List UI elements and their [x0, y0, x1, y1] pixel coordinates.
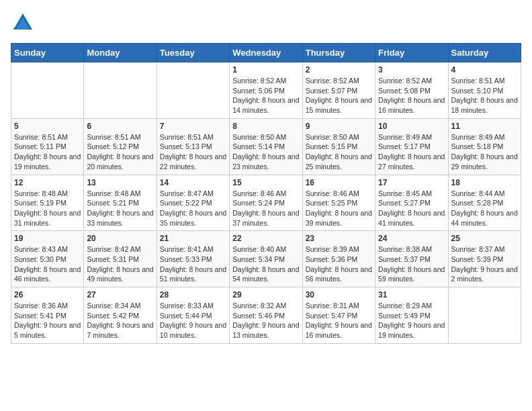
calendar-cell: 2Sunrise: 8:52 AM Sunset: 5:07 PM Daylig… [302, 62, 375, 119]
calendar-table: SundayMondayTuesdayWednesdayThursdayFrid… [11, 43, 521, 344]
day-info: Sunrise: 8:52 AM Sunset: 5:08 PM Dayligh… [378, 76, 445, 116]
day-number: 10 [378, 122, 445, 131]
day-info: Sunrise: 8:39 AM Sunset: 5:36 PM Dayligh… [306, 244, 372, 284]
day-info: Sunrise: 8:41 AM Sunset: 5:33 PM Dayligh… [160, 244, 226, 284]
day-info: Sunrise: 8:46 AM Sunset: 5:25 PM Dayligh… [306, 189, 372, 228]
day-info: Sunrise: 8:49 AM Sunset: 5:18 PM Dayligh… [451, 132, 518, 172]
calendar-cell: 16Sunrise: 8:46 AM Sunset: 5:25 PM Dayli… [302, 175, 375, 231]
day-info: Sunrise: 8:40 AM Sunset: 5:34 PM Dayligh… [232, 244, 299, 284]
calendar-cell: 17Sunrise: 8:45 AM Sunset: 5:27 PM Dayli… [375, 175, 448, 231]
day-number: 18 [451, 178, 518, 187]
day-number: 8 [232, 122, 299, 131]
calendar-cell: 28Sunrise: 8:33 AM Sunset: 5:44 PM Dayli… [157, 287, 229, 344]
day-number: 2 [306, 65, 372, 75]
day-of-week-header: Thursday [302, 44, 375, 62]
calendar-cell: 25Sunrise: 8:37 AM Sunset: 5:39 PM Dayli… [448, 231, 521, 287]
day-number: 16 [306, 178, 372, 187]
calendar-week-row: 5Sunrise: 8:51 AM Sunset: 5:11 PM Daylig… [11, 118, 521, 175]
day-info: Sunrise: 8:38 AM Sunset: 5:37 PM Dayligh… [378, 244, 445, 284]
day-info: Sunrise: 8:47 AM Sunset: 5:22 PM Dayligh… [160, 189, 226, 228]
calendar-cell: 1Sunrise: 8:52 AM Sunset: 5:06 PM Daylig… [230, 62, 302, 119]
day-info: Sunrise: 8:51 AM Sunset: 5:11 PM Dayligh… [14, 132, 81, 172]
day-of-week-header: Sunday [11, 44, 84, 62]
day-number: 26 [14, 290, 81, 300]
day-number: 3 [378, 65, 445, 75]
day-info: Sunrise: 8:44 AM Sunset: 5:28 PM Dayligh… [451, 189, 518, 228]
calendar-cell: 31Sunrise: 8:29 AM Sunset: 5:49 PM Dayli… [375, 287, 448, 344]
day-number: 14 [160, 178, 226, 187]
day-number: 9 [306, 122, 372, 131]
day-info: Sunrise: 8:43 AM Sunset: 5:30 PM Dayligh… [14, 244, 81, 284]
calendar-cell: 8Sunrise: 8:50 AM Sunset: 5:14 PM Daylig… [230, 118, 302, 175]
calendar-cell: 12Sunrise: 8:48 AM Sunset: 5:19 PM Dayli… [11, 175, 84, 231]
day-info: Sunrise: 8:31 AM Sunset: 5:47 PM Dayligh… [306, 301, 372, 340]
day-number: 19 [14, 234, 81, 243]
day-number: 5 [14, 122, 81, 131]
day-number: 6 [87, 122, 153, 131]
calendar-cell: 3Sunrise: 8:52 AM Sunset: 5:08 PM Daylig… [375, 62, 448, 119]
day-info: Sunrise: 8:45 AM Sunset: 5:27 PM Dayligh… [378, 189, 445, 228]
day-of-week-header: Monday [84, 44, 157, 62]
calendar-cell: 5Sunrise: 8:51 AM Sunset: 5:11 PM Daylig… [11, 118, 84, 175]
calendar-cell [11, 62, 84, 119]
day-number: 29 [232, 290, 299, 300]
calendar-cell: 24Sunrise: 8:38 AM Sunset: 5:37 PM Dayli… [375, 231, 448, 287]
page-header [11, 11, 521, 35]
calendar-cell: 7Sunrise: 8:51 AM Sunset: 5:13 PM Daylig… [157, 118, 229, 175]
logo-icon [11, 11, 35, 35]
day-number: 1 [232, 65, 299, 75]
day-number: 4 [451, 65, 518, 75]
calendar-cell: 26Sunrise: 8:36 AM Sunset: 5:41 PM Dayli… [11, 287, 84, 344]
day-number: 12 [14, 178, 81, 187]
calendar-cell: 15Sunrise: 8:46 AM Sunset: 5:24 PM Dayli… [230, 175, 302, 231]
day-info: Sunrise: 8:46 AM Sunset: 5:24 PM Dayligh… [232, 189, 299, 228]
day-number: 28 [160, 290, 226, 300]
day-info: Sunrise: 8:34 AM Sunset: 5:42 PM Dayligh… [87, 301, 153, 340]
day-info: Sunrise: 8:29 AM Sunset: 5:49 PM Dayligh… [378, 301, 445, 340]
day-number: 30 [306, 290, 372, 300]
calendar-cell: 13Sunrise: 8:48 AM Sunset: 5:21 PM Dayli… [84, 175, 157, 231]
calendar-week-row: 12Sunrise: 8:48 AM Sunset: 5:19 PM Dayli… [11, 175, 521, 231]
calendar-cell: 29Sunrise: 8:32 AM Sunset: 5:46 PM Dayli… [230, 287, 302, 344]
day-info: Sunrise: 8:52 AM Sunset: 5:06 PM Dayligh… [232, 76, 299, 116]
calendar-cell: 19Sunrise: 8:43 AM Sunset: 5:30 PM Dayli… [11, 231, 84, 287]
calendar-cell: 9Sunrise: 8:50 AM Sunset: 5:15 PM Daylig… [302, 118, 375, 175]
calendar-cell: 10Sunrise: 8:49 AM Sunset: 5:17 PM Dayli… [375, 118, 448, 175]
day-number: 15 [232, 178, 299, 187]
calendar-cell: 22Sunrise: 8:40 AM Sunset: 5:34 PM Dayli… [230, 231, 302, 287]
calendar-cell: 14Sunrise: 8:47 AM Sunset: 5:22 PM Dayli… [157, 175, 229, 231]
day-info: Sunrise: 8:48 AM Sunset: 5:19 PM Dayligh… [14, 189, 81, 228]
day-info: Sunrise: 8:52 AM Sunset: 5:07 PM Dayligh… [306, 76, 372, 116]
calendar-week-row: 19Sunrise: 8:43 AM Sunset: 5:30 PM Dayli… [11, 231, 521, 287]
logo [11, 11, 38, 35]
day-of-week-header: Wednesday [230, 44, 302, 62]
day-info: Sunrise: 8:37 AM Sunset: 5:39 PM Dayligh… [451, 244, 518, 284]
day-number: 31 [378, 290, 445, 300]
day-info: Sunrise: 8:50 AM Sunset: 5:15 PM Dayligh… [306, 132, 372, 172]
calendar-cell: 23Sunrise: 8:39 AM Sunset: 5:36 PM Dayli… [302, 231, 375, 287]
calendar-cell [448, 287, 521, 344]
calendar-cell: 27Sunrise: 8:34 AM Sunset: 5:42 PM Dayli… [84, 287, 157, 344]
day-number: 25 [451, 234, 518, 243]
calendar-cell [84, 62, 157, 119]
day-info: Sunrise: 8:36 AM Sunset: 5:41 PM Dayligh… [14, 301, 81, 340]
calendar-cell: 20Sunrise: 8:42 AM Sunset: 5:31 PM Dayli… [84, 231, 157, 287]
day-number: 13 [87, 178, 153, 187]
calendar-cell: 6Sunrise: 8:51 AM Sunset: 5:12 PM Daylig… [84, 118, 157, 175]
day-info: Sunrise: 8:50 AM Sunset: 5:14 PM Dayligh… [232, 132, 299, 172]
day-number: 17 [378, 178, 445, 187]
day-of-week-header: Friday [375, 44, 448, 62]
day-of-week-header: Saturday [448, 44, 521, 62]
day-number: 11 [451, 122, 518, 131]
day-number: 20 [87, 234, 153, 243]
calendar-week-row: 1Sunrise: 8:52 AM Sunset: 5:06 PM Daylig… [11, 62, 521, 119]
calendar-cell: 21Sunrise: 8:41 AM Sunset: 5:33 PM Dayli… [157, 231, 229, 287]
day-info: Sunrise: 8:49 AM Sunset: 5:17 PM Dayligh… [378, 132, 445, 172]
calendar-cell: 18Sunrise: 8:44 AM Sunset: 5:28 PM Dayli… [448, 175, 521, 231]
day-number: 7 [160, 122, 226, 131]
day-of-week-header: Tuesday [157, 44, 229, 62]
day-info: Sunrise: 8:33 AM Sunset: 5:44 PM Dayligh… [160, 301, 226, 340]
calendar-cell: 30Sunrise: 8:31 AM Sunset: 5:47 PM Dayli… [302, 287, 375, 344]
calendar-header-row: SundayMondayTuesdayWednesdayThursdayFrid… [11, 44, 521, 62]
day-number: 21 [160, 234, 226, 243]
